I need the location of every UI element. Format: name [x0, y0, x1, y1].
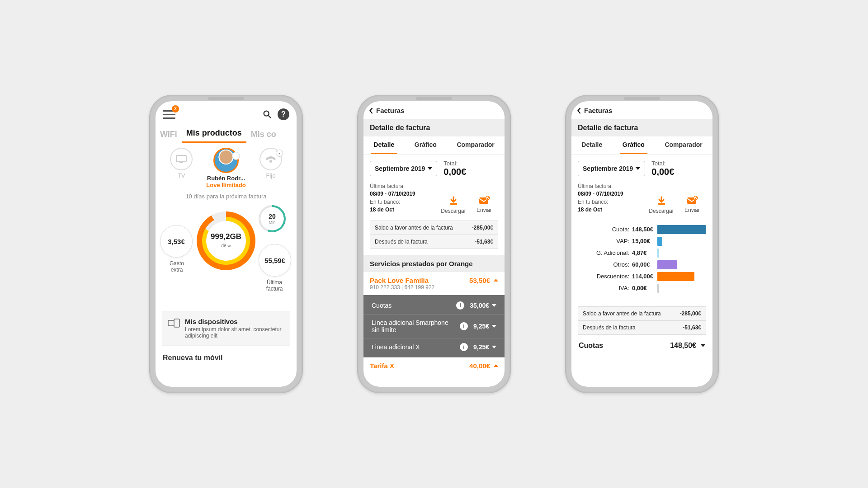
chart-bar: [657, 237, 662, 246]
detail-tabs: Detalle Gráfico Comparador: [363, 136, 505, 155]
chart-value: 15,00€: [632, 238, 657, 244]
last-bill-circle[interactable]: 55,59€: [259, 244, 291, 277]
tab-grafico[interactable]: Gráfico: [412, 136, 439, 154]
cost-chart: Cuota:148,50€VAP:15,00€G. Adicional:4,87…: [571, 218, 712, 297]
cuotas-row[interactable]: Cuotas 148,50€: [571, 335, 712, 356]
chart-value: 0,00€: [632, 285, 657, 291]
next-bill-note: 10 días para la próxima factura: [156, 193, 297, 200]
phone-3: Facturas Detalle de factura Detalle Gráf…: [565, 95, 719, 393]
item-amount: 9,25€: [473, 343, 489, 351]
download-button[interactable]: Descargar: [647, 196, 675, 214]
total-label: Total:: [443, 160, 466, 167]
chevron-down-icon: [492, 325, 496, 328]
tab-detalle[interactable]: Detalle: [579, 136, 605, 154]
info-icon[interactable]: i: [460, 343, 468, 351]
tarifa-amount: 40,00€: [469, 362, 490, 370]
chevron-down-icon: [492, 304, 496, 307]
help-icon[interactable]: ?: [278, 108, 289, 120]
search-icon[interactable]: [261, 108, 273, 120]
tab-detalle[interactable]: Detalle: [371, 136, 397, 154]
total-amount: 0,00€: [651, 167, 674, 177]
send-button[interactable]: Enviar: [470, 196, 498, 214]
services-title: Servicios prestados por Orange: [363, 255, 505, 272]
chart-row: Descuentos:114,00€: [578, 272, 706, 281]
download-icon: [656, 196, 667, 206]
pack-row[interactable]: Pack Love Familia 53,50€: [363, 272, 505, 284]
avatar: [213, 148, 239, 173]
send-button[interactable]: Enviar: [678, 196, 706, 214]
total-block: Total: 0,00€: [651, 160, 674, 177]
page-title: Detalle de factura: [363, 119, 505, 136]
svg-point-4: [269, 160, 272, 163]
chart-category: Otros:: [578, 261, 632, 268]
devices-card[interactable]: Mis dispositivos Lorem ipsum dolor sit a…: [162, 311, 290, 346]
minutes-ring[interactable]: 20 Min: [259, 205, 286, 232]
period-value: Septiembre 2019: [583, 165, 633, 172]
devices-icon: [168, 319, 180, 328]
info-icon[interactable]: i: [456, 301, 464, 310]
tab-more[interactable]: Mis co: [246, 126, 281, 143]
tab-products[interactable]: Mis productos: [182, 125, 246, 143]
item-amount: 9,25€: [473, 323, 489, 330]
data-ring[interactable]: 999,2GB de ∞: [197, 211, 255, 270]
product-fijo[interactable]: ▾ Fijo: [251, 148, 290, 179]
period-select[interactable]: Septiembre 2019: [370, 161, 437, 176]
tab-wifi[interactable]: WiFi: [156, 126, 182, 143]
chart-value: 148,50€: [632, 226, 657, 233]
download-button[interactable]: Descargar: [439, 196, 467, 214]
item-label: Linea adicional Smarphone sin limite: [372, 319, 460, 333]
detail-tabs: Detalle Gráfico Comparador: [571, 136, 712, 155]
chart-bar: [657, 260, 677, 269]
chevron-down-icon: [428, 167, 432, 170]
tab-grafico[interactable]: Gráfico: [620, 136, 647, 154]
back-header[interactable]: Facturas: [571, 101, 712, 119]
back-header[interactable]: Facturas: [363, 101, 505, 119]
info-icon[interactable]: i: [460, 322, 468, 330]
total-amount: 0,00€: [443, 167, 466, 177]
chevron-down-icon: [492, 346, 496, 348]
chart-row: G. Adicional:4,87€: [578, 249, 706, 258]
pack-name: Pack Love Familia: [370, 277, 429, 284]
back-label: Facturas: [584, 107, 613, 114]
period-select[interactable]: Septiembre 2019: [578, 161, 645, 176]
chart-value: 60,00€: [632, 261, 657, 268]
cuotas-label: Cuotas: [579, 342, 603, 350]
item-amount: 35,00€: [470, 302, 489, 309]
chart-category: IVA:: [578, 285, 632, 291]
chart-category: VAP:: [578, 238, 632, 244]
last-bill-label: Última factura: [254, 279, 295, 292]
bill-meta: Última factura: 08/09 - 07/10/2019 En tu…: [578, 183, 623, 214]
tarifa-row[interactable]: Tarifa X 40,00€: [363, 357, 505, 370]
total-block: Total: 0,00€: [443, 160, 466, 177]
product-user[interactable]: Rubén Rodr... Love Ilimitado: [201, 148, 251, 188]
bill-meta: Última factura: 08/09 - 07/10/2019 En tu…: [370, 183, 415, 214]
svg-rect-7: [450, 203, 457, 205]
send-label: Enviar: [476, 207, 492, 213]
chevron-up-icon: [494, 364, 498, 367]
pack-item[interactable]: Cuotasi35,00€: [363, 297, 505, 314]
chevron-down-icon[interactable]: ▾: [276, 150, 283, 157]
renew-row[interactable]: Renueva tu móvil: [156, 350, 297, 366]
pack-item[interactable]: Linea adicional Smarphone sin limitei9,2…: [363, 314, 505, 338]
period-value: Septiembre 2019: [375, 165, 425, 172]
tab-comparador[interactable]: Comparador: [662, 136, 705, 154]
svg-rect-2: [176, 155, 186, 162]
product-tv[interactable]: TV: [162, 148, 201, 179]
svg-rect-6: [174, 319, 179, 327]
pack-item[interactable]: Linea adicional Xi9,25€: [363, 338, 505, 356]
phone-notch: [416, 97, 452, 100]
minutes-value: 20: [269, 213, 276, 220]
pack-amount: 53,50€: [469, 277, 490, 284]
cuotas-amount: 148,50€: [670, 342, 696, 350]
extra-spend-circle[interactable]: 3,53€: [160, 225, 193, 258]
chart-category: Cuota:: [578, 226, 632, 233]
menu-button[interactable]: 2: [163, 108, 175, 121]
last-bill-amount: 55,59€: [264, 257, 285, 264]
devices-body: Lorem ipsum dolor sit amet, consectetur …: [185, 326, 283, 339]
tab-comparador[interactable]: Comparador: [454, 136, 497, 154]
chevron-left-icon: [576, 108, 582, 114]
item-label: Cuotas: [372, 302, 456, 309]
total-label: Total:: [651, 160, 674, 167]
phone-notch: [624, 97, 660, 100]
extra-spend-amount: 3,53€: [168, 238, 185, 245]
